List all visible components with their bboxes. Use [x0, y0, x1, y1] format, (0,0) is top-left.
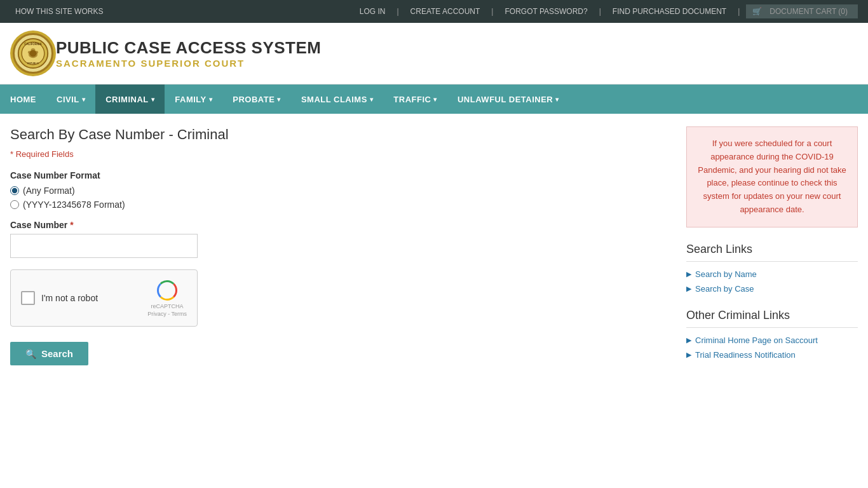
- required-fields-label: * Required Fields: [10, 149, 671, 159]
- search-by-name-arrow: ▶: [686, 270, 691, 278]
- case-number-format-group: Case Number Format (Any Format) (YYYY-12…: [10, 170, 671, 210]
- recaptcha-logo: [156, 279, 179, 302]
- page-title: Search By Case Number - Criminal: [10, 126, 671, 143]
- site-header: CALIFORNIA REPUBLIC PUBLIC CASE ACCESS S…: [0, 23, 868, 85]
- recaptcha-box[interactable]: I'm not a robot reCAPTCHA Privacy - Term…: [10, 269, 198, 327]
- format-any-radio[interactable]: [10, 186, 19, 195]
- probate-dropdown-arrow: ▾: [277, 96, 281, 103]
- format-yyyy-radio[interactable]: [10, 200, 19, 209]
- site-subtitle: SACRAMENTO SUPERIOR COURT: [56, 58, 321, 69]
- nav-criminal[interactable]: CRIMINAL ▾: [95, 85, 165, 114]
- search-by-case-arrow: ▶: [686, 285, 691, 293]
- forgot-password-link[interactable]: FORGOT PASSWORD?: [505, 7, 587, 16]
- civil-dropdown-arrow: ▾: [82, 96, 86, 103]
- criminal-home-page-link[interactable]: ▶ Criminal Home Page on Saccourt: [686, 336, 858, 345]
- nav-civil[interactable]: CIVIL ▾: [46, 85, 95, 114]
- other-criminal-links-title: Other Criminal Links: [686, 309, 858, 328]
- nav-probate[interactable]: PROBATE ▾: [222, 85, 291, 114]
- login-link[interactable]: LOG IN: [360, 7, 386, 16]
- svg-point-8: [31, 48, 35, 53]
- nav-unlawful-detainer[interactable]: UNLAWFUL DETAINER ▾: [447, 85, 569, 114]
- find-document-link[interactable]: FIND PURCHASED DOCUMENT: [613, 7, 726, 16]
- other-criminal-links-section: Other Criminal Links ▶ Criminal Home Pag…: [686, 309, 858, 360]
- top-bar-right: LOG IN | CREATE ACCOUNT | FORGOT PASSWOR…: [355, 4, 858, 18]
- svg-text:REPUBLIC: REPUBLIC: [27, 62, 39, 65]
- family-dropdown-arrow: ▾: [209, 96, 213, 103]
- required-star: *: [70, 220, 73, 230]
- nav-traffic[interactable]: TRAFFIC ▾: [383, 85, 447, 114]
- top-bar: HOW THIS SITE WORKS LOG IN | CREATE ACCO…: [0, 0, 868, 23]
- case-number-format-label: Case Number Format: [10, 170, 671, 180]
- top-bar-left: HOW THIS SITE WORKS: [10, 7, 108, 16]
- create-account-link[interactable]: CREATE ACCOUNT: [410, 7, 480, 16]
- svg-point-7: [35, 51, 38, 53]
- header-text: PUBLIC CASE ACCESS SYSTEM SACRAMENTO SUP…: [56, 38, 321, 69]
- nav-small-claims[interactable]: SMALL CLAIMS ▾: [291, 85, 383, 114]
- search-by-name-link[interactable]: ▶ Search by Name: [686, 269, 858, 279]
- captcha-terms-label: Privacy - Terms: [147, 311, 187, 317]
- search-by-case-link[interactable]: ▶ Search by Case: [686, 284, 858, 294]
- captcha-checkbox[interactable]: [21, 291, 35, 305]
- case-number-field-group: Case Number *: [10, 220, 671, 258]
- captcha-label: I'm not a robot: [41, 293, 98, 303]
- format-any-option[interactable]: (Any Format): [10, 186, 671, 196]
- criminal-home-arrow: ▶: [686, 336, 691, 344]
- how-site-works-link[interactable]: HOW THIS SITE WORKS: [15, 7, 103, 16]
- search-links-title: Search Links: [686, 243, 858, 262]
- content-right: If you were scheduled for a court appear…: [686, 126, 858, 375]
- captcha-brand-label: reCAPTCHA: [151, 303, 184, 309]
- nav-family[interactable]: FAMILY ▾: [165, 85, 222, 114]
- format-yyyy-label: (YYYY-12345678 Format): [23, 200, 125, 210]
- site-title: PUBLIC CASE ACCESS SYSTEM: [56, 38, 321, 58]
- nav-home[interactable]: HOME: [0, 85, 46, 114]
- captcha-right: reCAPTCHA Privacy - Terms: [147, 279, 187, 317]
- case-number-input[interactable]: [10, 234, 198, 258]
- criminal-dropdown-arrow: ▾: [151, 96, 155, 103]
- search-icon: 🔍: [25, 349, 36, 359]
- format-any-label: (Any Format): [23, 186, 75, 196]
- unlawful-detainer-dropdown-arrow: ▾: [555, 96, 559, 103]
- case-number-label: Case Number *: [10, 220, 671, 230]
- main-content: Search By Case Number - Criminal * Requi…: [0, 114, 868, 388]
- main-nav: HOME CIVIL ▾ CRIMINAL ▾ FAMILY ▾ PROBATE…: [0, 85, 868, 114]
- format-yyyy-option[interactable]: (YYYY-12345678 Format): [10, 200, 671, 210]
- search-links-section: Search Links ▶ Search by Name ▶ Search b…: [686, 243, 858, 294]
- svg-text:CALIFORNIA: CALIFORNIA: [24, 43, 42, 46]
- small-claims-dropdown-arrow: ▾: [370, 96, 374, 103]
- content-left: Search By Case Number - Criminal * Requi…: [10, 126, 671, 375]
- document-cart-button[interactable]: 🛒 DOCUMENT CART (0): [746, 4, 858, 18]
- search-button[interactable]: 🔍 Search: [10, 342, 88, 365]
- covid-notice: If you were scheduled for a court appear…: [686, 126, 858, 227]
- format-radio-group: (Any Format) (YYYY-12345678 Format): [10, 186, 671, 210]
- svg-point-6: [28, 51, 31, 53]
- captcha-left: I'm not a robot: [21, 291, 98, 305]
- court-seal: CALIFORNIA REPUBLIC: [10, 30, 56, 76]
- traffic-dropdown-arrow: ▾: [433, 96, 437, 103]
- trial-readiness-arrow: ▶: [686, 351, 691, 359]
- trial-readiness-link[interactable]: ▶ Trial Readiness Notification: [686, 350, 858, 360]
